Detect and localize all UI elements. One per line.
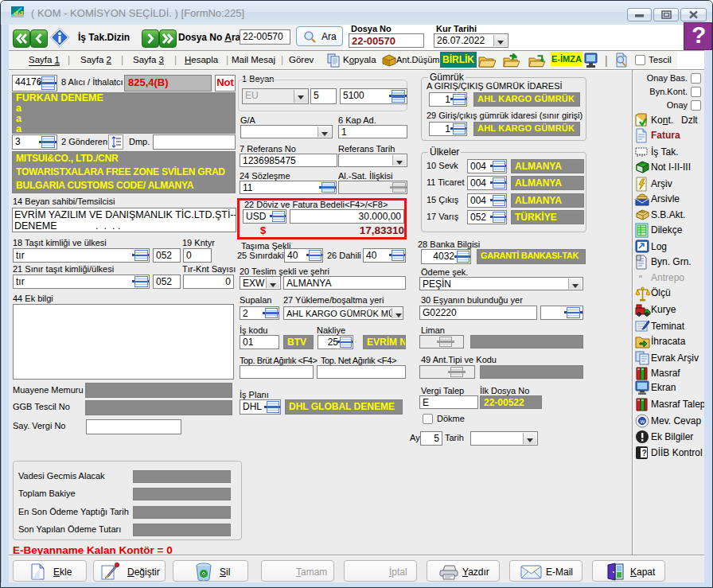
- svg-text:ﻯﻯ: ﻯﻯ: [14, 8, 24, 15]
- svg-text:w: w: [639, 418, 645, 425]
- svg-text:?: ?: [641, 449, 646, 458]
